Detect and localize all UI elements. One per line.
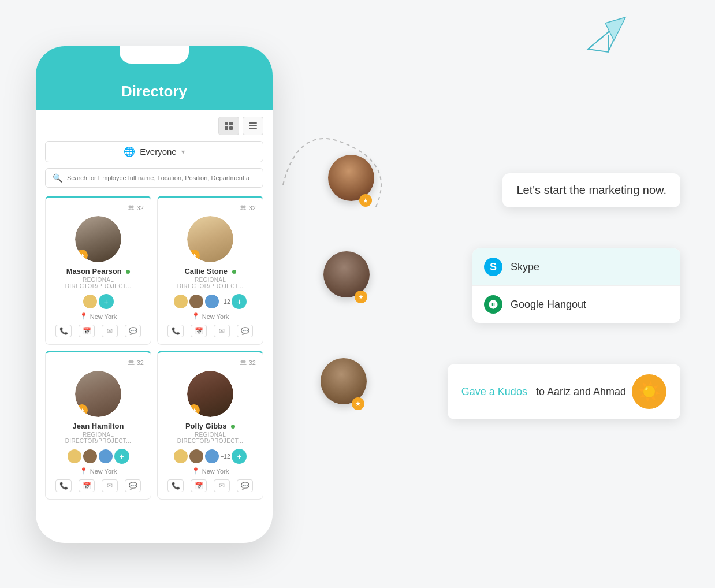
card-count-jean: 32: [128, 359, 144, 366]
filter-label: Everyone: [140, 147, 176, 157]
avatar-jean: ★: [75, 371, 121, 417]
email-button-jean[interactable]: ✉: [102, 479, 118, 492]
calendar-button-mason[interactable]: 📅: [79, 325, 95, 337]
card-jean-hamilton[interactable]: 32 ★ Jean Hamilton REGIONAL DIRECTOR/PRO…: [45, 351, 151, 500]
card-count-callie: 32: [240, 204, 256, 211]
card-team-avatars-mason: +: [83, 294, 114, 309]
add-member-button-polly[interactable]: +: [232, 449, 247, 464]
mini-avatar: [189, 295, 203, 308]
card-role-jean: REGIONAL DIRECTOR/PROJECT...: [53, 431, 144, 444]
skype-icon: S: [484, 258, 502, 276]
sun-emoji-icon: ☀️: [632, 374, 666, 409]
call-button-jean[interactable]: 📞: [55, 479, 72, 492]
online-indicator-mason: [126, 270, 130, 274]
email-button-polly[interactable]: ✉: [214, 479, 230, 492]
card-team-avatars-jean: +: [68, 449, 129, 464]
location-icon: 📍: [192, 312, 200, 320]
avatar-polly: ★: [187, 371, 233, 417]
grid-view-button[interactable]: [218, 117, 239, 135]
svg-point-12: [131, 206, 133, 209]
card-name-jean: Jean Hamilton: [73, 422, 124, 430]
card-name-mason: Mason Pearson: [66, 267, 131, 276]
svg-rect-8: [249, 122, 257, 124]
card-callie-stone[interactable]: 32 ★ Callie Stone REGIONAL DIRECTOR/PROJ…: [157, 196, 263, 345]
card-count-polly: 32: [240, 359, 256, 366]
kudos-prefix-text: Gave a Kudos: [461, 386, 527, 398]
email-button-callie[interactable]: ✉: [214, 325, 230, 337]
view-toggle-group: [45, 117, 263, 135]
card-mason-pearson[interactable]: 32 ★ Mason Pearson REGIONAL DIRECTOR/PRO…: [45, 196, 151, 345]
chat-bubble-marketing: Let's start the marketing now.: [502, 173, 680, 207]
chat-button-callie[interactable]: 💬: [237, 325, 253, 337]
location-icon: 📍: [80, 467, 88, 475]
phone-mockup: Directory 🌐: [36, 46, 273, 543]
card-role-polly: REGIONAL DIRECTOR/PROJECT...: [165, 431, 256, 444]
kudos-suffix-text: to Aariz and Ahmad: [536, 386, 626, 398]
card-actions-mason: 📞 📅 ✉ 💬: [55, 325, 141, 337]
communication-options-bubble: S Skype Google Hangout: [472, 248, 680, 323]
call-button-polly[interactable]: 📞: [167, 479, 184, 492]
search-input[interactable]: [67, 174, 256, 181]
card-team-avatars-polly: +12 +: [174, 449, 247, 464]
location-icon: 📍: [80, 312, 88, 320]
card-team-avatars-callie: +12 +: [174, 294, 247, 309]
add-member-button-callie[interactable]: +: [232, 294, 247, 309]
search-icon: 🔍: [53, 173, 62, 183]
online-indicator-callie: [232, 270, 236, 274]
filter-dropdown[interactable]: 🌐 Everyone ▾: [45, 141, 263, 162]
mini-avatar: [205, 295, 219, 308]
svg-rect-6: [225, 126, 228, 130]
mini-avatar: [205, 449, 219, 463]
call-button-callie[interactable]: 📞: [167, 325, 184, 337]
svg-point-14: [243, 206, 245, 209]
calendar-button-callie[interactable]: 📅: [191, 325, 207, 337]
card-location-mason: 📍 New York: [80, 312, 117, 320]
skype-label: Skype: [511, 261, 539, 273]
calendar-button-jean[interactable]: 📅: [79, 479, 95, 492]
card-location-polly: 📍 New York: [192, 467, 229, 475]
avatar-mason: ★: [75, 216, 121, 262]
card-actions-callie: 📞 📅 ✉ 💬: [167, 325, 253, 337]
svg-rect-7: [229, 126, 233, 130]
add-member-button-mason[interactable]: +: [99, 294, 114, 309]
kudos-bubble: Gave a Kudos to Aariz and Ahmad ☀️: [448, 364, 680, 419]
star-badge-callie: ★: [188, 250, 200, 261]
avatar-callie: ★: [187, 216, 233, 262]
calendar-button-polly[interactable]: 📅: [191, 479, 207, 492]
mini-avatar: [83, 295, 97, 308]
chat-button-mason[interactable]: 💬: [125, 325, 141, 337]
list-view-button[interactable]: [243, 117, 263, 135]
card-location-callie: 📍 New York: [192, 312, 229, 320]
card-name-callie: Callie Stone: [184, 267, 236, 276]
plus-count-polly: +12: [221, 453, 230, 460]
hangout-icon: [484, 295, 502, 314]
chevron-down-icon: ▾: [181, 148, 185, 156]
svg-point-16: [131, 360, 133, 363]
skype-option[interactable]: S Skype: [472, 248, 680, 286]
plus-count-callie: +12: [221, 299, 230, 305]
float-star-2: ★: [355, 291, 367, 303]
paper-plane-decoration: [582, 12, 628, 60]
card-polly-gibbs[interactable]: 32 ★ Polly Gibbs REGIONAL DIRECTOR/PROJE…: [157, 351, 263, 500]
email-button-mason[interactable]: ✉: [102, 325, 118, 337]
chat-button-jean[interactable]: 💬: [125, 479, 141, 492]
hangout-label: Google Hangout: [511, 299, 586, 311]
add-member-button-jean[interactable]: +: [114, 449, 129, 464]
chat-button-polly[interactable]: 💬: [237, 479, 253, 492]
hangout-option[interactable]: Google Hangout: [472, 286, 680, 323]
svg-point-19: [493, 307, 494, 309]
card-role-callie: REGIONAL DIRECTOR/PROJECT...: [165, 277, 256, 289]
mini-avatar: [83, 449, 97, 463]
star-badge-polly: ★: [188, 404, 200, 416]
chat-message-text: Let's start the marketing now.: [516, 184, 666, 196]
card-role-mason: REGIONAL DIRECTOR/PROJECT...: [53, 277, 144, 289]
search-bar[interactable]: 🔍: [45, 168, 263, 188]
mini-avatar: [174, 449, 188, 463]
star-badge-jean: ★: [76, 404, 88, 416]
phone-notch: [120, 46, 189, 64]
mini-avatar: [99, 449, 113, 463]
globe-icon: 🌐: [124, 146, 135, 157]
phone-body: 🌐 Everyone ▾ 🔍 32 ★: [36, 110, 273, 507]
call-button-mason[interactable]: 📞: [55, 325, 72, 337]
svg-point-18: [243, 360, 245, 363]
